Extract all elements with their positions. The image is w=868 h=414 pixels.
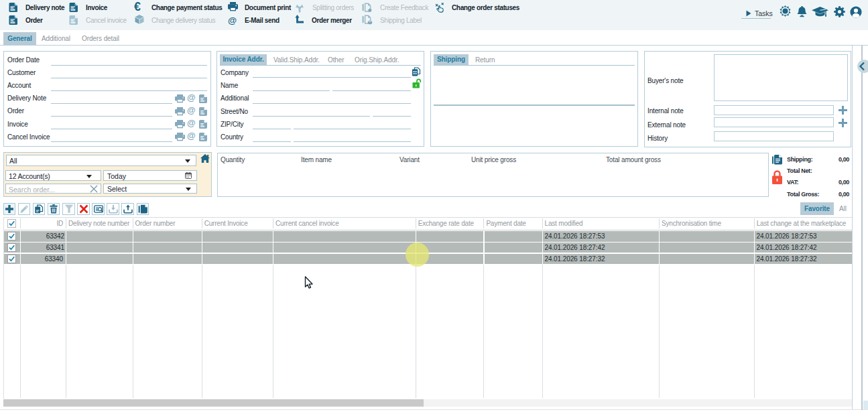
svg-text:123: 123 [201, 100, 204, 102]
svg-text:123: 123 [201, 113, 204, 115]
svg-text:123: 123 [71, 9, 75, 11]
svg-text:123: 123 [11, 9, 15, 11]
svg-text:123: 123 [71, 21, 75, 24]
svg-text:123: 123 [201, 125, 204, 128]
svg-text:123: 123 [201, 138, 204, 141]
svg-text:123: 123 [11, 21, 15, 24]
